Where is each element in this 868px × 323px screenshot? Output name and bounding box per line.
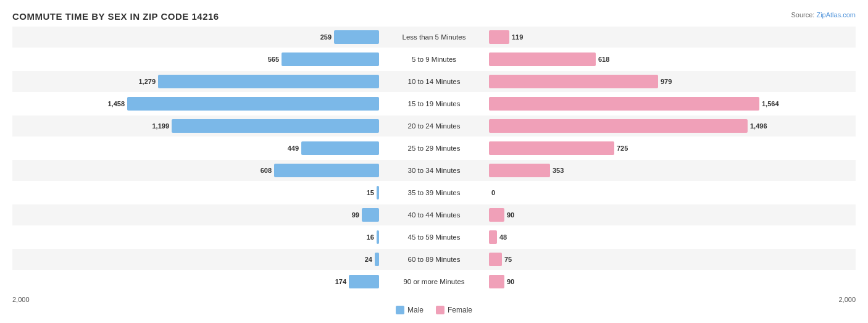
- right-half: 1,564: [486, 93, 856, 114]
- right-half: 1,496: [486, 115, 856, 136]
- female-value: 48: [499, 233, 507, 241]
- female-bar: [489, 208, 504, 222]
- right-half: 90: [486, 204, 856, 225]
- source-link[interactable]: ZipAtlas.com: [816, 11, 856, 19]
- female-bar: [489, 253, 502, 266]
- male-bar: [158, 75, 379, 88]
- female-bar: [489, 141, 614, 155]
- left-half: 1,458: [12, 93, 382, 114]
- bar-row: 174 90 or more Minutes 90: [12, 271, 856, 292]
- male-value: 174: [335, 278, 346, 285]
- legend-female-label: Female: [448, 306, 472, 314]
- male-bar: [127, 97, 379, 111]
- female-bar: [489, 275, 504, 288]
- male-bar: [375, 253, 379, 266]
- bar-row: 565 5 to 9 Minutes 618: [12, 49, 856, 70]
- female-value: 979: [661, 78, 672, 85]
- male-value: 259: [320, 33, 332, 41]
- male-value: 24: [365, 256, 372, 263]
- legend-male-icon: [396, 306, 404, 314]
- chart-container: COMMUTE TIME BY SEX IN ZIP CODE 14216 So…: [0, 0, 868, 323]
- row-label: 60 to 89 Minutes: [382, 256, 486, 263]
- right-half: 48: [486, 227, 856, 248]
- female-value: 119: [512, 33, 523, 41]
- bar-row: 1,199 20 to 24 Minutes 1,496: [12, 115, 856, 136]
- female-value: 75: [504, 256, 512, 263]
- legend-male-label: Male: [407, 306, 424, 314]
- male-bar: [334, 30, 379, 44]
- left-half: 24: [12, 249, 382, 270]
- legend-female-icon: [436, 306, 444, 314]
- left-half: 1,199: [12, 115, 382, 136]
- male-value: 15: [367, 189, 374, 196]
- male-value: 449: [288, 145, 299, 152]
- male-bar: [349, 275, 379, 288]
- male-bar: [377, 186, 379, 199]
- row-label: 5 to 9 Minutes: [382, 56, 486, 63]
- row-label: 35 to 39 Minutes: [382, 189, 486, 196]
- male-value: 1,279: [138, 78, 156, 85]
- left-half: 16: [12, 227, 382, 248]
- bar-row: 15 35 to 39 Minutes 0: [12, 182, 856, 203]
- right-half: 90: [486, 271, 856, 292]
- female-value: 618: [598, 56, 609, 63]
- source-text: Source: ZipAtlas.com: [791, 11, 856, 19]
- legend-female: Female: [436, 306, 472, 314]
- left-half: 99: [12, 204, 382, 225]
- female-bar: [489, 52, 596, 66]
- row-label: 15 to 19 Minutes: [382, 100, 486, 107]
- female-value: 353: [553, 167, 564, 174]
- female-value: 1,496: [750, 122, 767, 130]
- male-value: 608: [261, 167, 272, 174]
- right-half: 979: [486, 71, 856, 92]
- x-axis-left: 2,000: [12, 296, 30, 303]
- bar-row: 449 25 to 29 Minutes 725: [12, 138, 856, 159]
- left-half: 259: [12, 27, 382, 48]
- female-value: 0: [491, 189, 495, 196]
- female-bar: [489, 75, 658, 88]
- left-half: 449: [12, 138, 382, 159]
- row-label: 40 to 44 Minutes: [382, 211, 486, 219]
- male-bar: [282, 52, 379, 66]
- row-label: 90 or more Minutes: [382, 278, 486, 285]
- left-half: 608: [12, 160, 382, 181]
- left-half: 565: [12, 49, 382, 70]
- row-label: 30 to 34 Minutes: [382, 167, 486, 174]
- bar-row: 259 Less than 5 Minutes 119: [12, 27, 856, 48]
- left-half: 15: [12, 182, 382, 203]
- female-bar: [489, 97, 759, 111]
- female-bar: [489, 30, 509, 44]
- row-label: 45 to 59 Minutes: [382, 233, 486, 241]
- right-half: 0: [486, 182, 856, 203]
- chart-title: COMMUTE TIME BY SEX IN ZIP CODE 14216: [12, 11, 856, 22]
- male-value: 16: [367, 233, 374, 241]
- male-bar: [377, 230, 379, 244]
- female-value: 90: [507, 211, 514, 219]
- female-value: 1,564: [762, 100, 779, 107]
- right-half: 75: [486, 249, 856, 270]
- row-label: 10 to 14 Minutes: [382, 78, 486, 85]
- bar-row: 1,279 10 to 14 Minutes 979: [12, 71, 856, 92]
- male-bar: [301, 141, 379, 155]
- male-value: 99: [352, 211, 359, 219]
- right-half: 353: [486, 160, 856, 181]
- female-value: 90: [507, 278, 514, 285]
- right-half: 725: [486, 138, 856, 159]
- male-value: 1,199: [152, 122, 169, 130]
- left-half: 174: [12, 271, 382, 292]
- right-half: 119: [486, 27, 856, 48]
- bar-row: 16 45 to 59 Minutes 48: [12, 227, 856, 248]
- bars-area: 259 Less than 5 Minutes 119 565 5 to 9 M…: [12, 27, 856, 292]
- left-half: 1,279: [12, 71, 382, 92]
- row-label: 25 to 29 Minutes: [382, 145, 486, 152]
- right-half: 618: [486, 49, 856, 70]
- bar-row: 1,458 15 to 19 Minutes 1,564: [12, 93, 856, 114]
- x-axis: 2,000 2,000: [12, 293, 856, 303]
- bar-row: 24 60 to 89 Minutes 75: [12, 249, 856, 270]
- female-value: 725: [617, 145, 628, 152]
- male-bar: [274, 164, 379, 177]
- male-value: 1,458: [107, 100, 125, 107]
- bar-row: 99 40 to 44 Minutes 90: [12, 204, 856, 225]
- male-bar: [172, 119, 379, 133]
- legend-male: Male: [396, 306, 424, 314]
